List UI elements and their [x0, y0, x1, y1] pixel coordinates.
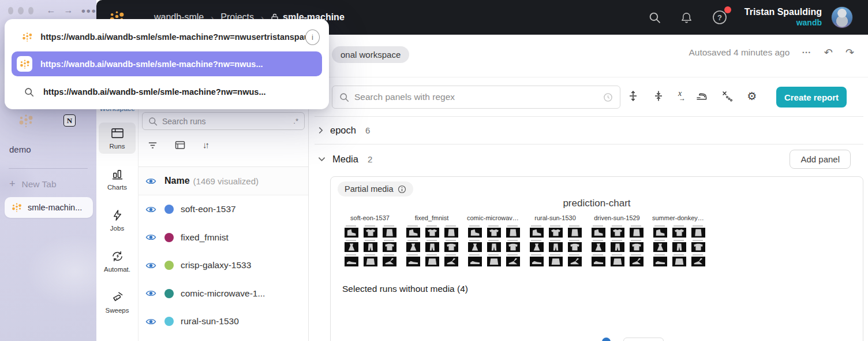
- help-button[interactable]: [712, 10, 727, 25]
- undo-button[interactable]: ↶: [824, 47, 833, 58]
- expand-panels-icon[interactable]: [627, 90, 639, 102]
- avatar[interactable]: [831, 6, 853, 28]
- prediction-thumbnail[interactable]: [405, 254, 420, 266]
- prediction-thumbnail[interactable]: [652, 254, 667, 266]
- prediction-thumbnail[interactable]: [424, 240, 439, 252]
- run-name[interactable]: comic-microwave-1...: [181, 288, 265, 299]
- run-row[interactable]: comic-microwave-1...: [139, 280, 308, 308]
- prediction-thumbnail[interactable]: [467, 240, 482, 252]
- prediction-thumbnail[interactable]: [671, 254, 686, 266]
- notifications-button[interactable]: [680, 12, 693, 24]
- section-epoch[interactable]: epoch 6: [315, 116, 863, 144]
- prediction-thumbnail[interactable]: [362, 240, 377, 252]
- url-suggestion-row[interactable]: https://wandb.ai/wandb-smle/smle-machine…: [12, 25, 322, 49]
- run-row[interactable]: rural-sun-1530: [139, 307, 308, 336]
- prediction-thumbnail[interactable]: [381, 240, 396, 252]
- eye-icon[interactable]: [145, 205, 156, 214]
- media-run-group[interactable]: summer-donkey-1...: [652, 214, 705, 266]
- runs-search-input[interactable]: [162, 117, 293, 126]
- outliers-icon[interactable]: [721, 90, 733, 102]
- prediction-thumbnail[interactable]: [652, 225, 667, 238]
- prediction-thumbnail[interactable]: [690, 225, 705, 238]
- filter-icon[interactable]: [148, 140, 158, 150]
- media-run-group[interactable]: comic-microwave-...: [467, 214, 520, 266]
- url-search-row[interactable]: https://wandb.ai/wandb-smle/smle-machine…: [12, 81, 322, 102]
- prediction-thumbnail[interactable]: [443, 254, 458, 266]
- prediction-thumbnail[interactable]: [443, 240, 458, 252]
- wandb-app-icon[interactable]: [18, 113, 33, 128]
- prediction-thumbnail[interactable]: [628, 225, 643, 238]
- step-value-box[interactable]: [623, 338, 664, 341]
- media-run-group[interactable]: soft-eon-1537: [343, 214, 396, 266]
- prediction-thumbnail[interactable]: [486, 240, 501, 252]
- prediction-thumbnail[interactable]: [381, 225, 396, 238]
- prediction-thumbnail[interactable]: [567, 225, 582, 238]
- run-name[interactable]: soft-eon-1537: [181, 204, 236, 214]
- panel-search-input[interactable]: [354, 92, 603, 102]
- eye-icon[interactable]: [145, 261, 156, 270]
- prediction-thumbnail[interactable]: [486, 254, 501, 266]
- run-row[interactable]: soft-eon-1537: [139, 195, 308, 224]
- partial-media-badge[interactable]: Partial media: [338, 181, 413, 197]
- prediction-thumbnail[interactable]: [405, 225, 420, 238]
- x-axis-icon[interactable]: x→: [678, 89, 682, 98]
- nav-item-charts[interactable]: Charts: [99, 164, 136, 195]
- notion-app-icon[interactable]: N: [63, 114, 76, 127]
- prediction-thumbnail[interactable]: [505, 254, 520, 266]
- workspace-menu-button[interactable]: •••: [802, 50, 811, 55]
- prediction-thumbnail[interactable]: [628, 254, 643, 266]
- eye-icon[interactable]: [145, 289, 156, 298]
- prediction-thumbnail[interactable]: [381, 254, 396, 266]
- prediction-thumbnail[interactable]: [590, 225, 605, 238]
- prediction-thumbnail[interactable]: [467, 225, 482, 238]
- prediction-thumbnail[interactable]: [609, 240, 624, 252]
- prediction-thumbnail[interactable]: [362, 254, 377, 266]
- active-browser-tab[interactable]: smle-machin...: [5, 197, 93, 218]
- prediction-thumbnail[interactable]: [424, 225, 439, 238]
- regex-toggle[interactable]: .*: [293, 117, 298, 125]
- prediction-thumbnail[interactable]: [609, 254, 624, 266]
- browser-menu-button[interactable]: ●●●: [81, 7, 96, 14]
- eye-icon[interactable]: [145, 177, 156, 186]
- media-panel[interactable]: Partial media prediction-chart soft-eon-…: [330, 176, 863, 341]
- prediction-thumbnail[interactable]: [609, 225, 624, 238]
- prediction-thumbnail[interactable]: [343, 254, 358, 266]
- run-row[interactable]: crisp-galaxy-1533: [139, 251, 308, 280]
- prediction-thumbnail[interactable]: [529, 225, 544, 238]
- prediction-thumbnail[interactable]: [548, 225, 563, 238]
- run-name[interactable]: crisp-galaxy-1533: [181, 260, 251, 270]
- sort-icon[interactable]: ↓↑: [203, 140, 208, 150]
- nav-item-jobs[interactable]: Jobs: [99, 205, 136, 236]
- prediction-thumbnail[interactable]: [424, 254, 439, 266]
- table-icon[interactable]: [175, 140, 185, 150]
- panel-search-box[interactable]: [332, 86, 620, 109]
- eye-icon[interactable]: [145, 233, 156, 242]
- prediction-thumbnail[interactable]: [343, 240, 358, 252]
- browser-forward-button[interactable]: →: [63, 6, 73, 15]
- prediction-thumbnail[interactable]: [443, 225, 458, 238]
- prediction-thumbnail[interactable]: [567, 254, 582, 266]
- redo-button[interactable]: ↷: [845, 47, 854, 58]
- media-run-group[interactable]: driven-sun-1529: [590, 214, 643, 266]
- prediction-thumbnail[interactable]: [405, 240, 420, 252]
- prediction-thumbnail[interactable]: [529, 240, 544, 252]
- browser-back-button[interactable]: ←: [46, 6, 55, 15]
- prediction-thumbnail[interactable]: [590, 254, 605, 266]
- new-tab-button[interactable]: + New Tab: [9, 178, 57, 190]
- prediction-thumbnail[interactable]: [590, 240, 605, 252]
- prediction-thumbnail[interactable]: [467, 254, 482, 266]
- prediction-thumbnail[interactable]: [690, 240, 705, 252]
- prediction-thumbnail[interactable]: [343, 225, 358, 238]
- prediction-thumbnail[interactable]: [628, 240, 643, 252]
- nav-item-runs[interactable]: Runs: [99, 123, 136, 154]
- prediction-thumbnail[interactable]: [567, 240, 582, 252]
- smoothing-icon[interactable]: [695, 91, 708, 102]
- history-clock-icon[interactable]: [603, 92, 613, 102]
- prediction-thumbnail[interactable]: [548, 254, 563, 266]
- url-suggestion-row-selected[interactable]: https://wandb.ai/wandb-smle/smle-machine…: [12, 51, 322, 76]
- run-name[interactable]: rural-sun-1530: [181, 316, 239, 327]
- user-menu[interactable]: Tristan Spaulding wandb: [744, 6, 822, 28]
- prediction-thumbnail[interactable]: [690, 254, 705, 266]
- prediction-thumbnail[interactable]: [505, 225, 520, 238]
- media-run-group[interactable]: fixed_fmnist: [405, 214, 458, 266]
